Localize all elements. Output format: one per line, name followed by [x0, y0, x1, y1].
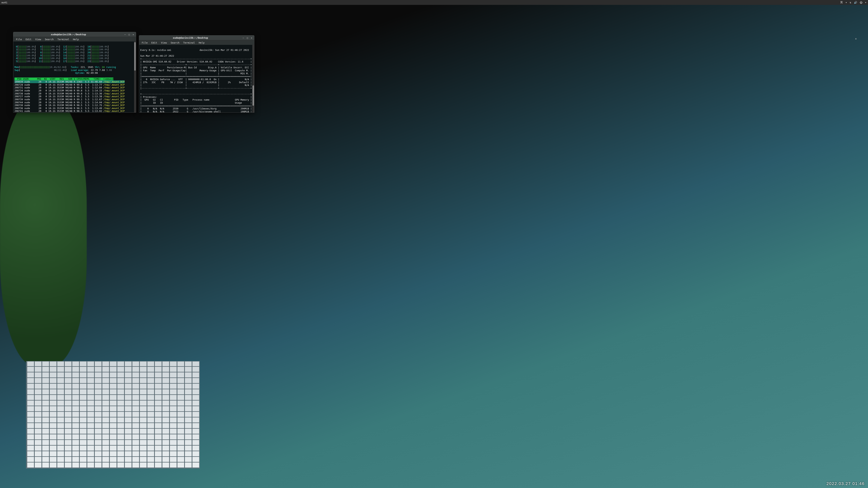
smi-col-header: | Fan Temp Perf Pwr:Usage/Cap| Memory-Us… [140, 69, 252, 72]
tasks-running: 24 [102, 66, 104, 68]
gnome-top-bar[interactable]: mo01 英 ▾ ⇅ 🔊 ⏻ ▾ [0, 0, 868, 5]
smi-col-header: | GPU Name Persistence-M| Bus-Id Disp.A … [140, 66, 252, 69]
uptime-label: Uptime: [75, 71, 85, 74]
smi-proc-row: | 0 N/A N/A 2550 G /usr/libexec/Xorg 290… [140, 107, 252, 110]
title-bar[interactable]: xude@davinci5k:~/Desktop — ▢ ✕ [13, 32, 136, 37]
window-title: xude@davinci5k:~/Desktop [14, 33, 122, 36]
network-icon[interactable]: ⇅ [849, 1, 851, 4]
uptime-value: 02:49:08 [87, 71, 98, 74]
smi-versions: | NVIDIA-SMI 510.60.02 Driver Version: 5… [140, 60, 252, 63]
smi-proc-cols: | GPU GI CI PID Type Process name GPU Me… [140, 98, 252, 101]
close-button[interactable]: ✕ [250, 36, 253, 39]
smi-proc-cols: | ID ID Usage | [140, 101, 252, 104]
load-1: 22.79 [91, 69, 98, 71]
mem-label: Mem [14, 66, 19, 68]
mem-used: 10.4G/62.6G [50, 66, 65, 68]
terminal-output[interactable]: Every 0.1s: nvidia-smi davinci5k: Sun Ma… [139, 45, 254, 113]
smi-rule: +---------------------------------------… [140, 57, 252, 60]
smi-gpu-row: | | | N/A | [140, 84, 252, 87]
camera-timestamp: 2022.03.27 01:46 [827, 481, 865, 486]
process-row[interactable]: 208728 xude 20 0 10.1G 3533M 90248 R 99.… [14, 83, 125, 86]
terminal-window-htop[interactable]: xude@davinci5k:~/Desktop — ▢ ✕ FileEditV… [13, 32, 136, 113]
tab-close-icon[interactable]: × [855, 37, 857, 40]
maximize-button[interactable]: ▢ [128, 33, 131, 36]
terminal-window-nvidiasmi[interactable]: xude@davinci5k:~/Desktop — ▢ ✕ FileEditV… [139, 35, 254, 113]
menu-bar[interactable]: FileEditViewSearchTerminalHelp [13, 37, 136, 41]
menu-terminal[interactable]: Terminal [56, 37, 71, 41]
watch-header-left: Every 0.1s: nvidia-smi [140, 49, 172, 52]
scrollbar-thumb[interactable] [134, 42, 136, 70]
smi-rule: |-------------------------------+-------… [140, 87, 252, 90]
tasks-procs: 221 [81, 66, 85, 68]
load-label: Load average: [71, 69, 89, 71]
minimize-button[interactable]: — [124, 33, 126, 36]
wallpaper-foliage [0, 98, 87, 366]
swap-used: 0K/22.4G [54, 69, 65, 71]
process-row[interactable]: 208734 xude 20 0 10.1G 3533M 90248 R 99.… [14, 89, 125, 92]
menu-bar[interactable]: FileEditViewSearchTerminalHelp [139, 40, 254, 45]
smi-rule: +---------------------------------------… [140, 93, 252, 95]
process-row[interactable]: 208730 xude 20 0 10.1G 3533M 90248 R 98.… [14, 104, 125, 106]
process-row[interactable]: 208738 xude 20 0 10.1G 3533M 90248 R 99.… [14, 92, 125, 95]
process-row[interactable]: 208727 xude 20 0 10.1G 3533M 90248 R 99.… [14, 95, 125, 98]
menu-search[interactable]: Search [43, 37, 55, 41]
title-bar[interactable]: xude@davinci5k:~/Desktop — ▢ ✕ [139, 35, 254, 40]
menu-view[interactable]: View [160, 41, 168, 44]
volume-icon[interactable]: 🔊 [854, 1, 857, 4]
scrollbar-thumb[interactable] [252, 85, 254, 106]
smi-rule: |=======================================… [140, 104, 252, 107]
process-row[interactable]: 208736 xude 20 0 10.1G 3533M 90248 R 98.… [14, 107, 125, 110]
caret-down-icon[interactable]: ▾ [865, 1, 867, 4]
process-row[interactable]: 208731 xude 20 0 10.1G 3533M 90248 R 99.… [14, 86, 125, 89]
menu-help[interactable]: Help [71, 37, 80, 41]
smi-date: Sun Mar 27 01:46:27 2022 [140, 55, 174, 57]
process-row[interactable]: 199039 xude 20 0 10.1G 3533M 90248 R 236… [14, 80, 125, 83]
power-icon[interactable]: ⏻ [860, 1, 862, 4]
menu-help[interactable]: Help [197, 41, 206, 44]
close-button[interactable]: ✕ [132, 33, 135, 36]
load-15: 3.08 [106, 69, 112, 71]
maximize-button[interactable]: ▢ [246, 36, 249, 39]
menu-edit[interactable]: Edit [24, 37, 33, 41]
smi-gpu-row: | 0 NVIDIA GeForce ... Off | 00000000:01… [140, 78, 252, 81]
minimize-button[interactable]: — [242, 36, 245, 39]
menu-view[interactable]: View [34, 37, 42, 41]
process-row[interactable]: 208744 xude 20 0 10.1G 3533M 90248 R 99.… [14, 101, 125, 104]
smi-rule: |-------------------------------+-------… [140, 63, 252, 66]
menu-edit[interactable]: Edit [150, 41, 159, 44]
menu-search[interactable]: Search [169, 41, 181, 44]
smi-gpu-row: | 27% 33C P8 7W / 151W | 424MiB / 8192Mi… [140, 81, 252, 84]
swap-label: Swp [14, 69, 19, 71]
wallpaper-building [26, 361, 200, 468]
smi-proc-row: | 0 N/A N/A 2922 G /usr/bin/gnome-shell … [140, 110, 252, 113]
ime-indicator[interactable]: 英 [840, 1, 843, 4]
watch-header-right: davinci5k: Sun Mar 27 01:46:27 2022 [199, 49, 249, 52]
process-row[interactable]: 208741 xude 20 0 10.1G 3533M 90248 R 98.… [14, 110, 125, 113]
menu-file[interactable]: File [140, 41, 149, 44]
scrollbar[interactable] [252, 45, 254, 113]
caret-down-icon[interactable]: ▾ [845, 1, 847, 4]
process-row[interactable]: 208739 xude 20 0 10.1G 3533M 90248 R 99.… [14, 98, 125, 101]
load-5: 7.68 [99, 69, 105, 71]
scrollbar[interactable] [134, 41, 136, 113]
terminal-output[interactable]: 0[||||||100.0%] 6[||||||100.0%] 12[|||||… [13, 41, 136, 113]
window-title: xude@davinci5k:~/Desktop [140, 36, 241, 39]
tasks-label: Tasks: [71, 66, 79, 68]
smi-rule: |===============================+=======… [140, 75, 252, 78]
tasks-threads: 1045 [88, 66, 93, 68]
smi-proc-header: | Processes: | [140, 95, 252, 98]
menu-terminal[interactable]: Terminal [182, 41, 196, 44]
activities-label[interactable]: mo01 [1, 1, 7, 4]
menu-file[interactable]: File [14, 37, 23, 41]
process-header[interactable]: PID USER PRI NI VIRT RES SHR S CPU%▽MEM%… [14, 78, 113, 80]
smi-col-header: | | | MIG M. | [140, 72, 252, 75]
